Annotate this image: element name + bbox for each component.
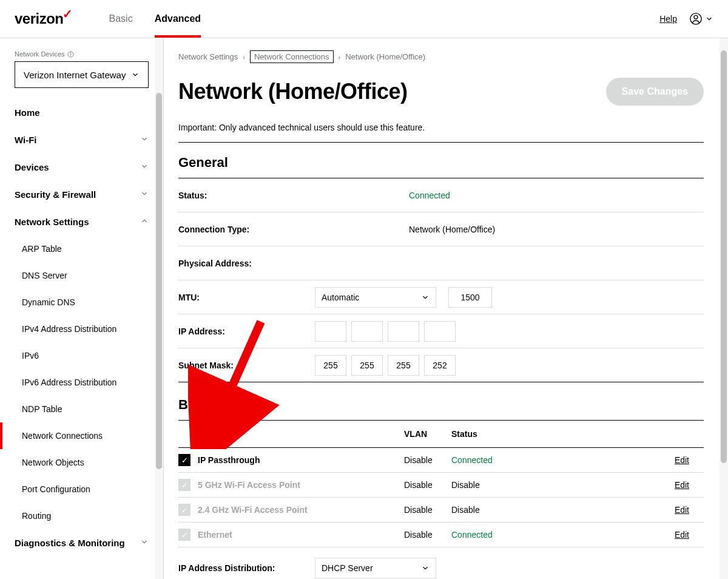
- bridge-vlan: Disable: [404, 480, 451, 490]
- svg-point-1: [694, 15, 698, 19]
- bridge-name: 5 GHz Wi-Fi Access Point: [198, 480, 404, 490]
- sidebar-item-label: Devices: [15, 162, 49, 172]
- header-left: verizon ✓ Basic Advanced: [15, 0, 212, 38]
- tab-advanced-label: Advanced: [155, 13, 201, 24]
- breadcrumb-network-settings[interactable]: Network Settings: [178, 52, 238, 61]
- sidebar-sub-ipv4dist[interactable]: IPv4 Address Distribution: [0, 316, 163, 342]
- chevron-up-icon: [140, 217, 149, 227]
- chevron-down-icon: [140, 135, 149, 145]
- bridge-head-status: Status: [451, 429, 579, 439]
- help-link[interactable]: Help: [659, 14, 677, 24]
- sidebar-item-label: Wi-Fi: [15, 135, 37, 145]
- bridge-head-name: Name: [198, 429, 404, 439]
- sidebar-item-network-settings[interactable]: Network Settings: [0, 208, 163, 235]
- main-scrollbar[interactable]: [720, 38, 728, 579]
- ip-octet-2[interactable]: [351, 321, 383, 342]
- ipd-select[interactable]: DHCP Server: [315, 558, 436, 578]
- ipd-select-label: DHCP Server: [322, 563, 373, 573]
- chevron-down-icon: [140, 189, 149, 200]
- device-select[interactable]: Verizon Internet Gateway: [15, 61, 149, 88]
- bridge-status: Disable: [451, 505, 579, 515]
- subnet-octet-1[interactable]: [315, 355, 346, 376]
- field-subnet: Subnet Mask:: [178, 348, 704, 382]
- breadcrumb-current: Network (Home/Office): [345, 52, 425, 61]
- status-label: Status:: [178, 191, 315, 200]
- bridge-name: IP Passthrough: [198, 455, 404, 465]
- tab-advanced[interactable]: Advanced: [144, 0, 212, 38]
- mtu-input[interactable]: [448, 287, 492, 308]
- content: Network Devices Verizon Internet Gateway…: [0, 38, 728, 579]
- field-status: Status: Connected: [178, 178, 704, 212]
- ip-octet-3[interactable]: [388, 321, 419, 342]
- sidebar-sub-ipv6[interactable]: IPv6: [0, 342, 163, 369]
- bridge-checkbox[interactable]: ✓: [178, 454, 190, 466]
- sidebar-item-label: Network Settings: [15, 217, 89, 227]
- sidebar-sub-routing[interactable]: Routing: [0, 503, 163, 529]
- subnet-octet-2[interactable]: [351, 355, 383, 376]
- info-icon: [67, 51, 74, 58]
- ipd-label: IP Address Distribution:: [178, 563, 315, 573]
- bridge-name: 2.4 GHz Wi-Fi Access Point: [198, 505, 404, 515]
- important-note: Important: Only advanced technical users…: [178, 123, 704, 143]
- breadcrumb-network-connections[interactable]: Network Connections: [250, 50, 334, 63]
- scrollbar-thumb[interactable]: [721, 50, 727, 463]
- bridge-checkbox[interactable]: ✓: [178, 529, 190, 541]
- logo-check-icon: ✓: [62, 7, 73, 21]
- bridge-checkbox[interactable]: ✓: [178, 504, 190, 516]
- sidebar-sub-netconn[interactable]: Network Connections: [0, 422, 163, 449]
- breadcrumb: Network Settings › Network Connections ›…: [178, 50, 704, 63]
- mtu-select[interactable]: Automatic: [315, 287, 436, 308]
- sidebar-sub-dns[interactable]: DNS Server: [0, 262, 163, 289]
- sidebar-sub-ndp[interactable]: NDP Table: [0, 396, 163, 422]
- sidebar-item-diagnostics[interactable]: Diagnostics & Monitoring: [0, 529, 163, 557]
- edit-link[interactable]: Edit: [675, 505, 689, 515]
- edit-link[interactable]: Edit: [675, 530, 689, 540]
- main: Network Settings › Network Connections ›…: [164, 38, 728, 579]
- section-bridge-title: Bridge: [178, 397, 704, 421]
- bridge-checkbox[interactable]: ✓: [178, 479, 190, 491]
- sidebar-sub-arp[interactable]: ARP Table: [0, 235, 163, 262]
- field-conn-type: Connection Type: Network (Home/Office): [178, 212, 704, 246]
- bridge-status: Connected: [451, 530, 579, 540]
- sidebar-item-security[interactable]: Security & Firewall: [0, 181, 163, 208]
- subnet-octet-3[interactable]: [388, 355, 419, 376]
- chevron-down-icon: [421, 293, 430, 302]
- sidebar-item-home[interactable]: Home: [0, 99, 163, 126]
- sidebar-sub-netobj[interactable]: Network Objects: [0, 449, 163, 476]
- scrollbar-thumb[interactable]: [156, 93, 162, 469]
- chevron-right-icon: ›: [339, 53, 341, 61]
- edit-link[interactable]: Edit: [675, 455, 689, 465]
- ip-octet-4[interactable]: [424, 321, 456, 342]
- chevron-down-icon: [421, 564, 430, 572]
- sidebar-item-label: Home: [15, 107, 40, 118]
- svg-point-4: [70, 52, 71, 53]
- subnet-octet-4[interactable]: [424, 355, 456, 376]
- sidebar-sub-portconf[interactable]: Port Configuration: [0, 476, 163, 503]
- tab-basic[interactable]: Basic: [98, 0, 144, 38]
- sidebar-item-wifi[interactable]: Wi-Fi: [0, 126, 163, 154]
- save-changes-button[interactable]: Save Changes: [606, 78, 704, 106]
- page-title: Network (Home/Office): [178, 79, 408, 104]
- top-tabs: Basic Advanced: [98, 0, 212, 38]
- ip-octet-1[interactable]: [315, 321, 346, 342]
- bridge-row: ✓ IP Passthrough Disable Connected Edit: [178, 448, 704, 473]
- chevron-right-icon: ›: [243, 53, 245, 61]
- sidebar-scrollbar[interactable]: [155, 38, 163, 579]
- user-menu[interactable]: [689, 12, 713, 25]
- sidebar: Network Devices Verizon Internet Gateway…: [0, 38, 164, 579]
- chevron-down-icon: [131, 70, 140, 79]
- edit-link[interactable]: Edit: [675, 480, 689, 490]
- logo[interactable]: verizon ✓: [15, 10, 74, 27]
- status-value: Connected: [409, 191, 450, 200]
- user-icon: [689, 12, 703, 25]
- sidebar-sub-ipv6dist[interactable]: IPv6 Address Distribution: [0, 369, 163, 396]
- sidebar-sub-ddns[interactable]: Dynamic DNS: [0, 289, 163, 316]
- devices-label: Network Devices: [0, 50, 163, 61]
- field-phys-addr: Physical Address:: [178, 246, 704, 280]
- conn-type-label: Connection Type:: [178, 225, 315, 234]
- sidebar-item-devices[interactable]: Devices: [0, 154, 163, 181]
- bridge-status: Disable: [451, 480, 579, 490]
- bridge-row: ✓ 5 GHz Wi-Fi Access Point Disable Disab…: [178, 473, 704, 498]
- bridge-header: Name VLAN Status: [178, 421, 704, 448]
- bridge-vlan: Disable: [404, 455, 451, 465]
